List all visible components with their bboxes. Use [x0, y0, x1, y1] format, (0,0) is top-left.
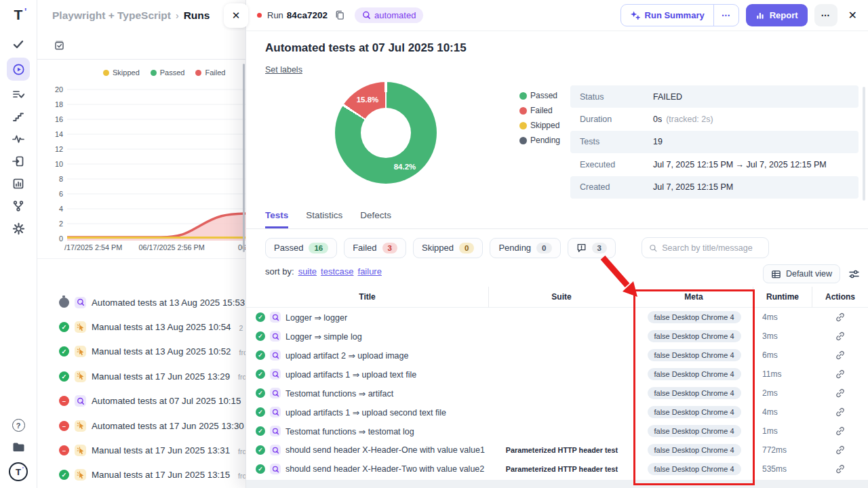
divider — [246, 228, 868, 229]
account-avatar[interactable]: T' — [9, 462, 28, 481]
test-row[interactable]: ✓ upload artifact 2 ⇒ upload image false… — [246, 346, 868, 365]
test-title: Testomat functions ⇒ testomat log — [285, 426, 414, 436]
status-filter-chip[interactable]: Passed 16 — [265, 238, 337, 258]
report-chart-icon — [755, 11, 765, 20]
test-row[interactable]: ✓ upload artifacts 1 ⇒ upload second tex… — [246, 403, 868, 422]
passed-status-icon: ✓ — [256, 388, 265, 398]
branch-icon[interactable] — [7, 197, 30, 215]
run-summary-button[interactable]: Run Summary — [621, 5, 713, 26]
legend-dot — [151, 70, 157, 76]
test-title: upload artifacts 1 ⇒ upload second text … — [285, 407, 446, 418]
test-row[interactable]: ✓ upload artifacts 1 ⇒ upload text file … — [246, 365, 868, 384]
run-list-item[interactable]: ✓– Manual tests at 17 Jun 2025 13:15 fro… — [37, 463, 245, 487]
run-list-item[interactable]: ✓– Automated tests at 17 Jun 2025 13:30 — [37, 413, 245, 438]
run-list-item[interactable]: ✓– Automated tests at 07 Jul 2025 10:15 — [37, 389, 245, 413]
status-filter-chip[interactable]: Skipped 0 — [413, 238, 483, 258]
view-grid-icon — [771, 269, 781, 279]
report-button[interactable]: Report — [746, 4, 808, 26]
detail-tabs: TestsStatisticsDefects — [265, 210, 391, 228]
test-title: should send header X-Header-One with val… — [285, 445, 485, 455]
test-link-icon[interactable] — [835, 369, 845, 379]
run-status-icon: ✓– — [59, 322, 69, 332]
search-icon — [649, 243, 657, 253]
run-type-icon — [75, 395, 86, 407]
test-row[interactable]: ✓ Testomat functions ⇒ testomat log fals… — [246, 422, 868, 441]
sort-link[interactable]: failure — [358, 266, 382, 277]
run-suffix: fro — [239, 347, 245, 357]
test-suite-cell — [489, 346, 635, 365]
status-filter-chip[interactable]: Pending 0 — [490, 238, 560, 258]
run-list-item[interactable]: ✓– Manual tests at 13 Aug 2025 10:54 2 — [37, 314, 245, 339]
default-view-button[interactable]: Default view — [763, 264, 840, 283]
runs-panel-scrollbar[interactable] — [243, 64, 245, 252]
run-list-item[interactable]: ✓– Manual tests at 17 Jun 2025 13:31 fro… — [37, 438, 245, 462]
list-check-icon[interactable] — [7, 85, 30, 103]
copy-run-id-button[interactable] — [334, 9, 345, 21]
detail-scrollbar[interactable] — [863, 87, 865, 201]
test-link-icon[interactable] — [835, 426, 845, 436]
legend-item: Failed — [195, 68, 225, 77]
column-header-suite[interactable]: Suite — [489, 287, 635, 307]
run-play-icon[interactable] — [7, 58, 30, 81]
set-labels-link[interactable]: Set labels — [265, 65, 302, 75]
steps-icon[interactable] — [7, 108, 30, 125]
test-row[interactable]: ✓ Testomat functions ⇒ artifact false De… — [246, 384, 868, 403]
status-filter-chip[interactable]: Failed 3 — [344, 238, 406, 258]
gear-icon[interactable] — [7, 220, 30, 237]
test-link-icon[interactable] — [835, 331, 845, 341]
table-footer-strip — [246, 480, 868, 488]
status-filter-chip[interactable]: 3 — [568, 238, 616, 258]
detail-tab[interactable]: Tests — [265, 210, 288, 228]
breadcrumb-project[interactable]: Playwright + TypeScript — [52, 9, 171, 22]
test-row[interactable]: ✓ should send header X-Header-Two with v… — [246, 460, 868, 479]
detail-tab[interactable]: Defects — [360, 210, 391, 228]
sort-link[interactable]: suite — [298, 266, 317, 277]
sort-option: failure / — [358, 266, 382, 277]
test-row[interactable]: ✓ Logger ⇒ logger false Desktop Chrome 4… — [246, 308, 868, 327]
run-summary-more-button[interactable]: ⋯ — [713, 5, 738, 26]
import-icon[interactable] — [7, 152, 30, 170]
runs-panel: Playwright + TypeScript › Runs Skipped P… — [37, 0, 245, 488]
run-list-item[interactable]: ✓– Manual tests at 13 Aug 2025 10:52 fro — [37, 340, 245, 364]
check-icon[interactable] — [7, 35, 30, 53]
legend-label: Pending — [530, 136, 560, 145]
help-icon[interactable]: ? — [12, 419, 25, 432]
test-link-icon[interactable] — [835, 388, 845, 398]
meta-pill: false Desktop Chrome 4 — [648, 330, 741, 342]
automated-test-icon — [270, 426, 281, 436]
detail-tab[interactable]: Statistics — [306, 210, 342, 228]
test-link-icon[interactable] — [835, 312, 845, 322]
runs-panel-close-button[interactable]: ✕ — [224, 3, 248, 28]
test-row[interactable]: ✓ should send header X-Header-One with v… — [246, 441, 868, 460]
column-settings-icon[interactable] — [848, 268, 860, 280]
search-input[interactable] — [662, 243, 762, 253]
topbar-actions: Run Summary ⋯ Report ⋯ ✕ — [620, 4, 857, 26]
test-link-icon[interactable] — [835, 445, 845, 455]
run-list-item[interactable]: ✓– Manual tests at 17 Jun 2025 13:29 fro… — [37, 364, 245, 388]
more-actions-button[interactable]: ⋯ — [814, 4, 837, 26]
select-runs-icon[interactable] — [54, 39, 65, 51]
column-header-title[interactable]: Title — [246, 287, 489, 307]
close-run-detail-button[interactable]: ✕ — [848, 9, 857, 22]
passed-status-icon: ✓ — [256, 426, 265, 436]
analytics-icon[interactable] — [7, 175, 30, 192]
breadcrumb-current[interactable]: Runs — [184, 9, 210, 22]
column-header-runtime[interactable]: Runtime — [753, 287, 812, 307]
y-tick: 18 — [55, 100, 63, 108]
run-title: Automated tests at 17 Jun 2025 13:30 — [92, 421, 244, 431]
projects-folder-icon[interactable] — [12, 441, 25, 453]
test-meta-cell: false Desktop Chrome 4 — [635, 327, 753, 346]
run-list-item[interactable]: ✓– Automated tests at 13 Aug 2025 15:53 — [37, 290, 245, 314]
test-row[interactable]: ✓ Logger ⇒ simple log false Desktop Chro… — [246, 327, 868, 346]
sort-by-label: sort by: — [265, 266, 294, 277]
app-logo[interactable]: T' — [14, 7, 23, 23]
test-link-icon[interactable] — [835, 350, 845, 360]
test-runtime-cell: 2ms — [753, 384, 812, 403]
column-header-meta[interactable]: Meta — [635, 287, 753, 307]
pulse-icon[interactable] — [7, 130, 30, 148]
test-link-icon[interactable] — [835, 407, 845, 417]
column-header-actions[interactable]: Actions — [812, 287, 868, 307]
test-meta-cell: false Desktop Chrome 4 — [635, 403, 753, 422]
sort-link[interactable]: testcase — [321, 266, 353, 277]
test-link-icon[interactable] — [835, 464, 845, 474]
